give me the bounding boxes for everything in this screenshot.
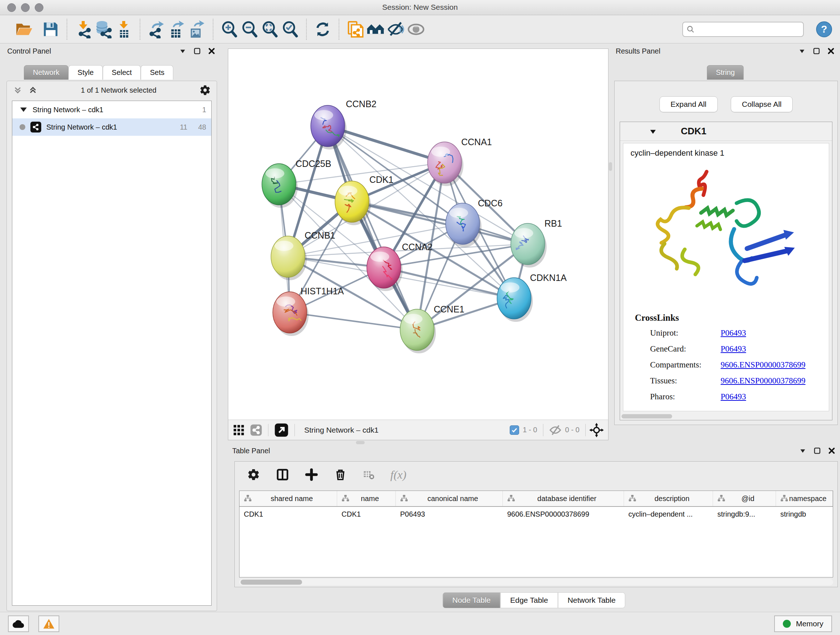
network-node-cdc25b[interactable]: CDC25B <box>262 158 332 208</box>
column-header-canonical-name[interactable]: canonical name <box>396 491 503 506</box>
network-collection-row[interactable]: String Network – cdk1 1 <box>12 101 211 119</box>
network-row[interactable]: String Network – cdk1 11 48 <box>12 119 211 136</box>
network-edge[interactable] <box>290 312 417 330</box>
birds-eye-grid-icon[interactable] <box>233 424 245 436</box>
network-edge[interactable] <box>384 268 514 298</box>
column-header-shared-name[interactable]: shared name <box>240 491 337 506</box>
memory-button[interactable]: Memory <box>774 616 832 632</box>
network-node-cdk1[interactable]: CDK1 <box>335 174 393 225</box>
open-in-window-icon[interactable] <box>274 423 289 437</box>
vertical-splitter-handle[interactable] <box>609 162 612 171</box>
crosslink-value-link[interactable]: P06493 <box>721 328 746 338</box>
network-node-ccna2[interactable]: CCNA2 <box>367 242 433 291</box>
column-header-name[interactable]: name <box>337 491 396 506</box>
expand-all-icon[interactable] <box>28 85 38 95</box>
panel-float-icon[interactable] <box>813 447 821 455</box>
function-builder-icon[interactable]: f(x) <box>390 468 406 481</box>
search-field[interactable] <box>682 22 804 37</box>
column-header--id[interactable]: @id <box>713 491 776 506</box>
save-session-icon[interactable] <box>41 19 61 40</box>
show-columns-icon[interactable] <box>276 468 289 481</box>
panel-menu-icon[interactable] <box>798 47 806 55</box>
column-header-database-identifier[interactable]: database identifier <box>503 491 624 506</box>
network-node-hist1h1a[interactable]: HIST1H1A <box>273 286 344 336</box>
import-network-file-icon[interactable] <box>73 19 93 40</box>
cloud-status-button[interactable] <box>8 616 29 632</box>
network-node-cdkn1a[interactable]: CDKN1A <box>497 272 567 322</box>
network-node-ccnb1[interactable]: CCNB1 <box>271 230 335 280</box>
column-header-description[interactable]: description <box>624 491 713 506</box>
graphics-details-icon[interactable] <box>406 19 426 40</box>
import-table-file-icon[interactable] <box>114 19 134 40</box>
table-cell[interactable]: P06493 <box>396 507 503 522</box>
crosslink-value-link[interactable]: 9606.ENSP00000378699 <box>721 376 806 386</box>
expand-all-button[interactable]: Expand All <box>660 96 718 112</box>
export-table-icon[interactable] <box>166 19 187 40</box>
panel-close-icon[interactable] <box>827 47 835 55</box>
selected-checkbox[interactable] <box>510 425 519 435</box>
export-network-icon[interactable] <box>146 19 166 40</box>
network-node-rb1[interactable]: RB1 <box>511 218 562 268</box>
zoom-selected-icon[interactable] <box>280 19 300 40</box>
collapse-all-button[interactable]: Collapse All <box>731 96 793 112</box>
protein-section-header[interactable]: CDK1 <box>620 122 832 141</box>
network-home-icon[interactable] <box>365 19 386 40</box>
horizontal-splitter-handle[interactable] <box>356 441 365 444</box>
tab-sets[interactable]: Sets <box>141 65 173 80</box>
table-cell[interactable]: CDK1 <box>240 507 337 522</box>
refresh-icon[interactable] <box>313 19 333 40</box>
hide-annotations-icon[interactable] <box>386 19 406 40</box>
network-node-ccnb2[interactable]: CCNB2 <box>311 99 377 149</box>
table-cell[interactable]: CDK1 <box>337 507 396 522</box>
table-cell[interactable]: stringdb:9... <box>713 507 776 522</box>
panel-close-icon[interactable] <box>828 447 836 455</box>
panel-close-icon[interactable] <box>208 47 216 55</box>
open-session-icon[interactable] <box>14 19 34 40</box>
crosslink-value-link[interactable]: 9606.ENSP00000378699 <box>721 360 806 370</box>
create-column-icon[interactable] <box>305 468 318 481</box>
results-scrollbar[interactable] <box>622 414 672 418</box>
panel-menu-icon[interactable] <box>179 47 187 55</box>
zoom-in-icon[interactable] <box>219 19 240 40</box>
export-image-icon[interactable] <box>187 19 207 40</box>
tab-network[interactable]: Network <box>24 65 68 80</box>
section-collapse-icon[interactable] <box>648 127 658 136</box>
network-node-cdc6[interactable]: CDC6 <box>446 198 502 247</box>
warnings-button[interactable] <box>38 616 59 632</box>
collapse-triangle-icon[interactable] <box>20 108 27 112</box>
network-edge[interactable] <box>328 126 417 330</box>
panel-float-icon[interactable] <box>193 47 201 55</box>
duplicate-network-icon[interactable] <box>345 19 365 40</box>
network-node-ccne1[interactable]: CCNE1 <box>400 304 464 353</box>
panel-menu-icon[interactable] <box>799 447 807 455</box>
crosslink-value-link[interactable]: P06493 <box>721 392 746 402</box>
table-cell[interactable]: cyclin–dependent ... <box>624 507 713 522</box>
fit-crosshair-icon[interactable] <box>589 423 604 437</box>
crosslink-value-link[interactable]: P06493 <box>721 344 746 354</box>
table-cell[interactable]: stringdb <box>776 507 833 522</box>
table-options-gear-icon[interactable] <box>247 468 260 481</box>
zoom-fit-icon[interactable] <box>260 19 280 40</box>
delete-table-icon[interactable] <box>363 469 374 480</box>
tab-style[interactable]: Style <box>68 65 103 80</box>
panel-float-icon[interactable] <box>813 47 821 55</box>
tab-network-table[interactable]: Network Table <box>558 592 625 608</box>
tab-node-table[interactable]: Node Table <box>442 592 500 608</box>
table-row[interactable]: CDK1CDK1P064939606.ENSP00000378699cyclin… <box>240 507 833 522</box>
tab-select[interactable]: Select <box>103 65 141 80</box>
import-network-database-icon[interactable] <box>93 19 114 40</box>
help-icon[interactable]: ? <box>816 21 832 37</box>
collapse-all-icon[interactable] <box>13 85 23 95</box>
network-graph[interactable]: CCNB2CCNA1CDC25BCDK1CDC6RB1CCNB1CCNA2CDK… <box>228 49 608 420</box>
search-input[interactable] <box>698 25 799 33</box>
tab-edge-table[interactable]: Edge Table <box>500 592 558 608</box>
tab-string[interactable]: String <box>707 65 744 80</box>
table-cell[interactable]: 9606.ENSP00000378699 <box>503 507 624 522</box>
zoom-out-icon[interactable] <box>240 19 260 40</box>
gear-icon[interactable] <box>199 84 211 96</box>
table-horizontal-scrollbar[interactable] <box>239 579 833 585</box>
column-header-namespace[interactable]: namespace <box>776 491 833 506</box>
delete-column-icon[interactable] <box>334 468 347 481</box>
network-share-icon[interactable] <box>250 424 262 436</box>
network-canvas[interactable]: CCNB2CCNA1CDC25BCDK1CDC6RB1CCNB1CCNA2CDK… <box>228 49 608 420</box>
